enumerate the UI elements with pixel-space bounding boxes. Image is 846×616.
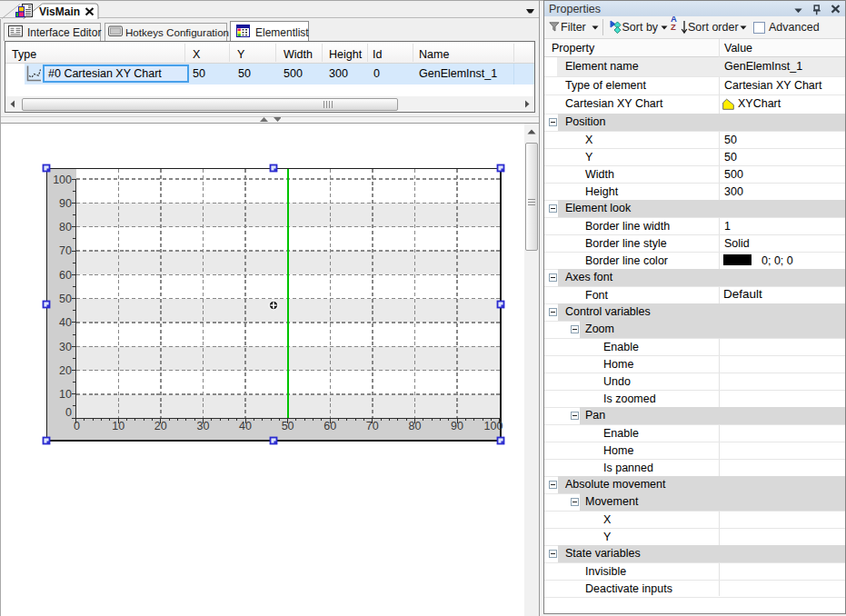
svg-text:60: 60 bbox=[323, 420, 336, 432]
svg-text:40: 40 bbox=[239, 420, 252, 432]
svg-text:70: 70 bbox=[366, 420, 379, 432]
svg-text:90: 90 bbox=[451, 420, 463, 432]
svg-text:90: 90 bbox=[59, 197, 72, 210]
svg-text:100: 100 bbox=[484, 420, 503, 432]
svg-text:30: 30 bbox=[59, 341, 72, 353]
svg-text:60: 60 bbox=[59, 269, 72, 282]
svg-text:80: 80 bbox=[59, 221, 72, 233]
svg-text:70: 70 bbox=[59, 244, 72, 257]
svg-text:20: 20 bbox=[154, 420, 167, 432]
svg-text:10: 10 bbox=[112, 420, 124, 432]
svg-text:20: 20 bbox=[59, 364, 72, 377]
svg-text:50: 50 bbox=[59, 293, 72, 305]
svg-text:0: 0 bbox=[65, 406, 72, 419]
svg-text:100: 100 bbox=[53, 174, 72, 186]
svg-text:80: 80 bbox=[408, 420, 421, 432]
svg-text:10: 10 bbox=[59, 388, 72, 401]
svg-text:40: 40 bbox=[59, 316, 72, 329]
svg-text:30: 30 bbox=[196, 420, 209, 432]
svg-text:50: 50 bbox=[282, 420, 294, 432]
svg-text:0: 0 bbox=[74, 420, 80, 432]
